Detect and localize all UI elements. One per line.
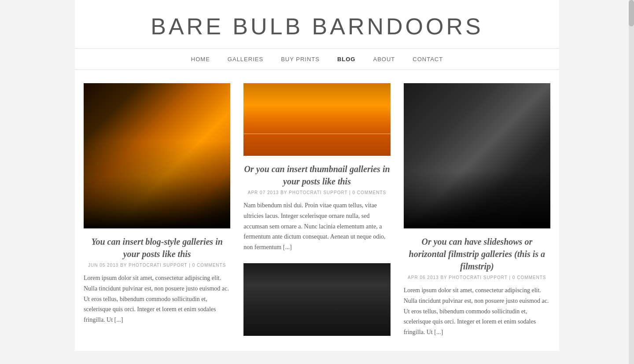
post-title-1[interactable]: You can insert blog-style galleries in y… — [84, 235, 230, 260]
nav-home[interactable]: HOME — [191, 56, 210, 63]
nav-blog[interactable]: BLOG — [337, 56, 356, 63]
scrollbar-thumb[interactable] — [629, 0, 634, 26]
second-image-wrapper-2 — [243, 263, 390, 336]
post-excerpt-3: Lorem ipsum dolor sit amet, consectetur … — [404, 285, 550, 338]
post-image-bw-city2 — [243, 263, 390, 336]
site-header: BARE BULB BARNDOORS — [75, 0, 559, 49]
site-nav: HOME GALLERIES BUY PRINTS BLOG ABOUT CON… — [75, 49, 559, 70]
nav-galleries[interactable]: GALLERIES — [228, 56, 263, 63]
site-title: BARE BULB BARNDOORS — [84, 13, 550, 40]
post-image-nyc-night — [84, 83, 230, 228]
post-card-3: Or you can have slideshows or horizontal… — [404, 83, 550, 338]
post-title-3[interactable]: Or you can have slideshows or horizontal… — [404, 235, 550, 272]
post-card-2: Or you can insert thumbnail galleries in… — [243, 83, 390, 338]
post-title-2[interactable]: Or you can insert thumbnail galleries in… — [243, 163, 390, 188]
post-excerpt-2: Nam bibendum nisl dui. Proin vitae quam … — [243, 200, 390, 253]
posts-grid: You can insert blog-style galleries in y… — [84, 83, 550, 338]
post-card-1: You can insert blog-style galleries in y… — [84, 83, 230, 338]
post-image-city-orange — [243, 83, 390, 156]
nav-buy-prints[interactable]: BUY PRINTS — [281, 56, 320, 63]
nav-contact[interactable]: CONTACT — [413, 56, 443, 63]
post-meta-2: APR 07 2013 BY PHOTOCRATI SUPPORT | 0 CO… — [243, 190, 390, 195]
nav-about[interactable]: ABOUT — [373, 56, 395, 63]
scrollbar-track[interactable] — [629, 0, 634, 351]
post-meta-3: APR 06 2013 BY PHOTOCRATI SUPPORT | 0 CO… — [404, 275, 550, 280]
post-image-bw-street — [404, 83, 550, 228]
post-meta-1: JUN 05 2013 BY PHOTOCRATI SUPPORT | 0 CO… — [84, 263, 230, 268]
post-excerpt-1: Lorem ipsum dolor sit amet, consectetur … — [84, 273, 230, 325]
page-wrapper: BARE BULB BARNDOORS HOME GALLERIES BUY P… — [75, 0, 559, 351]
content-area: You can insert blog-style galleries in y… — [75, 70, 559, 351]
